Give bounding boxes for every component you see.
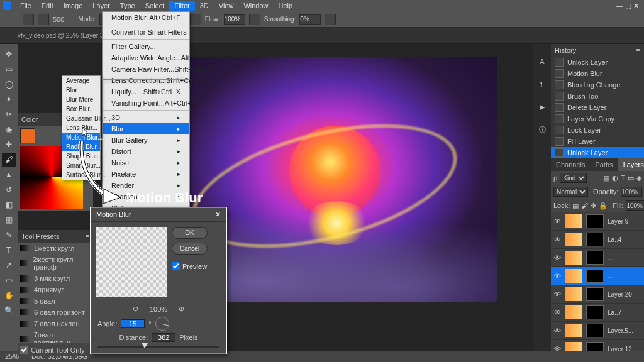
crop-tool-icon[interactable]: ✂: [2, 107, 16, 121]
info-panel-icon[interactable]: ⓘ: [537, 124, 547, 134]
layer-thumbnail[interactable]: [565, 287, 582, 301]
layer-thumbnail[interactable]: [565, 305, 582, 319]
blur-submenu-item[interactable]: Box Blur...: [62, 104, 100, 114]
tool-preset-item[interactable]: 6 овал горизонт: [18, 307, 93, 318]
layer-name[interactable]: Layer.5...: [608, 327, 633, 334]
blur-submenu-item[interactable]: Gaussian Blur...: [62, 114, 100, 123]
angle-input[interactable]: [121, 319, 145, 328]
layer-name[interactable]: ...: [608, 255, 613, 261]
smoothing-gear-icon[interactable]: [325, 14, 336, 25]
lasso-tool-icon[interactable]: ◯: [2, 77, 16, 91]
layer-row[interactable]: 👁La..7: [551, 304, 644, 322]
layer-kind-select[interactable]: Kind: [560, 173, 587, 183]
menu-3d[interactable]: 3D: [195, 1, 214, 11]
menu-window[interactable]: Window: [238, 1, 273, 11]
brush-tool-icon[interactable]: 🖌: [2, 153, 16, 167]
menu-help[interactable]: Help: [274, 1, 298, 11]
history-item[interactable]: Brush Tool: [551, 90, 644, 102]
eyedropper-tool-icon[interactable]: ◉: [2, 123, 16, 136]
layer-name[interactable]: Layer 20: [608, 291, 632, 298]
actions-panel-icon[interactable]: ▶: [537, 102, 547, 112]
tab-channels[interactable]: Channels: [551, 158, 590, 171]
filter-pixel-icon[interactable]: ▦: [603, 174, 609, 182]
gradient-tool-icon[interactable]: ▦: [2, 213, 16, 227]
history-item[interactable]: Delete Layer: [551, 102, 644, 113]
layer-mask-thumbnail[interactable]: [586, 251, 604, 265]
distance-input[interactable]: [152, 333, 175, 342]
marquee-tool-icon[interactable]: ▭: [2, 62, 16, 76]
paragraph-panel-icon[interactable]: ¶: [537, 79, 547, 89]
menu-image[interactable]: Image: [58, 1, 88, 11]
filter-adjust-icon[interactable]: ◐: [612, 174, 618, 182]
layer-thumbnail[interactable]: [565, 214, 582, 228]
layer-row[interactable]: 👁Layer 9: [551, 212, 644, 231]
blur-submenu-item[interactable]: Average: [62, 76, 100, 85]
filter-type-icon[interactable]: T: [621, 174, 625, 182]
layer-row[interactable]: 👁Layer.5...: [551, 322, 644, 340]
hand-tool-icon[interactable]: ✋: [2, 288, 16, 302]
layer-name[interactable]: La..7: [608, 309, 621, 316]
brush-preset-icon[interactable]: [23, 14, 34, 25]
layer-thumbnail[interactable]: [565, 324, 582, 337]
menu-view[interactable]: View: [214, 1, 239, 11]
layer-visibility-icon[interactable]: 👁: [553, 309, 561, 316]
filter-smart-icon[interactable]: ◈: [636, 174, 641, 182]
layer-mask-thumbnail[interactable]: [586, 214, 604, 228]
cancel-button[interactable]: Cancel: [172, 243, 208, 255]
pressure-opacity-icon[interactable]: [190, 14, 201, 25]
path-tool-icon[interactable]: ↗: [2, 258, 16, 272]
layer-row[interactable]: 👁...: [551, 267, 644, 285]
filter-menu-item[interactable]: Filter Gallery...: [103, 41, 189, 52]
layer-visibility-icon[interactable]: 👁: [553, 217, 561, 225]
menu-type[interactable]: Type: [115, 1, 140, 11]
menu-layer[interactable]: Layer: [87, 1, 115, 11]
history-item[interactable]: Blending Change: [551, 79, 644, 90]
tool-preset-item[interactable]: 3 мяк кругл: [18, 273, 93, 284]
history-item[interactable]: Layer Via Copy: [551, 113, 644, 124]
tool-preset-item[interactable]: 5 овал: [18, 295, 93, 307]
layer-name[interactable]: Layer 9: [608, 218, 628, 225]
character-panel-icon[interactable]: A: [537, 57, 547, 67]
tool-preset-item[interactable]: 1жестк кругл: [18, 243, 93, 254]
layer-mask-thumbnail[interactable]: [586, 269, 604, 283]
filter-menu-item[interactable]: Vanishing Point...Alt+Ctrl+V: [103, 97, 189, 109]
wand-tool-icon[interactable]: ✦: [2, 92, 16, 106]
shape-tool-icon[interactable]: ▭: [2, 273, 16, 287]
filter-menu-item[interactable]: Adaptive Wide Angle...Alt+Shift+Ctrl+A: [103, 52, 189, 63]
layer-thumbnail[interactable]: [565, 269, 582, 283]
filter-convert-smart[interactable]: Convert for Smart Filters: [103, 26, 189, 38]
angle-dial[interactable]: [155, 317, 169, 331]
zoom-tool-icon[interactable]: 🔍: [2, 304, 16, 317]
panel-menu-icon[interactable]: ≡: [636, 47, 640, 54]
layer-thumbnail[interactable]: [565, 251, 582, 265]
tab-layers[interactable]: Layers: [618, 158, 644, 171]
tool-preset-item[interactable]: 2жестк кругл трансф: [18, 254, 93, 273]
layer-visibility-icon[interactable]: 👁: [553, 272, 561, 280]
layer-visibility-icon[interactable]: 👁: [553, 254, 561, 261]
layer-mask-thumbnail[interactable]: [586, 305, 604, 319]
lock-pos-icon[interactable]: ✥: [591, 202, 596, 210]
filter-shape-icon[interactable]: ▭: [628, 174, 634, 182]
history-brush-icon[interactable]: ↺: [2, 183, 16, 197]
document-tab[interactable]: vfx_video.psd @ 25% (Layer 3 copy 3, RGB…: [0, 28, 644, 44]
eraser-tool-icon[interactable]: ◧: [2, 198, 16, 212]
ok-button[interactable]: OK: [172, 227, 208, 239]
layer-name[interactable]: La..4: [608, 236, 621, 243]
tool-preset-item[interactable]: 7 овал наклон: [18, 318, 93, 329]
layer-visibility-icon[interactable]: 👁: [553, 327, 561, 334]
history-item[interactable]: Motion Blur: [551, 68, 644, 79]
heal-tool-icon[interactable]: ✚: [2, 138, 16, 151]
layer-name[interactable]: ...: [608, 273, 613, 280]
menu-file[interactable]: File: [15, 1, 36, 11]
menu-select[interactable]: Select: [140, 1, 170, 11]
dialog-close-icon[interactable]: ✕: [215, 211, 221, 219]
menu-edit[interactable]: Edit: [36, 1, 58, 11]
status-zoom[interactable]: 25%: [5, 353, 19, 360]
smoothing-input[interactable]: [299, 14, 321, 25]
layer-mask-thumbnail[interactable]: [586, 287, 604, 301]
window-controls[interactable]: — ▢ ✕: [616, 2, 639, 10]
filter-last[interactable]: Motion BlurAlt+Ctrl+F: [103, 12, 189, 23]
lock-trans-icon[interactable]: ▦: [572, 202, 579, 210]
zoom-in-icon[interactable]: ⊕: [179, 305, 184, 313]
history-item[interactable]: Fill Layer: [551, 136, 644, 147]
